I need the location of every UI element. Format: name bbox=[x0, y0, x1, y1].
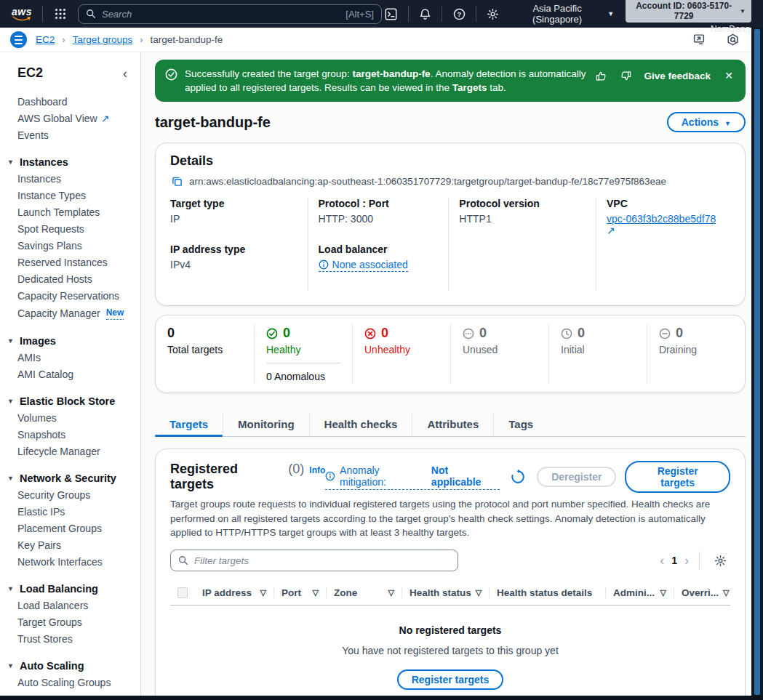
tab-health-checks[interactable]: Health checks bbox=[309, 412, 412, 436]
sidebar-item-capacity-reservations[interactable]: Capacity Reservations bbox=[0, 288, 140, 305]
sidebar-item-instance-types[interactable]: Instance Types bbox=[0, 188, 140, 204]
empty-register-targets-button[interactable]: Register targets bbox=[397, 669, 504, 690]
hamburger-menu-icon[interactable] bbox=[10, 31, 27, 48]
filter-icon[interactable]: ▽ bbox=[476, 588, 482, 598]
scrollbar-track[interactable] bbox=[751, 28, 763, 700]
give-feedback-button[interactable]: Give feedback bbox=[644, 71, 711, 81]
column-ip-address[interactable]: IP address ▽ bbox=[195, 587, 273, 598]
thumbs-down-icon[interactable] bbox=[619, 69, 632, 82]
anomaly-mitigation-link[interactable]: Anomaly mitigation: Not applicable bbox=[325, 464, 499, 490]
account-menu[interactable]: Account ID: 0603-5170-7729 ▼ bbox=[626, 0, 751, 23]
sidebar-item-target-groups[interactable]: Target Groups bbox=[0, 614, 140, 631]
sidebar-item-dedicated-hosts[interactable]: Dedicated Hosts bbox=[0, 271, 140, 288]
tab-monitoring[interactable]: Monitoring bbox=[223, 412, 308, 436]
tab-tags[interactable]: Tags bbox=[493, 412, 548, 436]
cloudshell-icon[interactable] bbox=[382, 4, 401, 24]
info-link[interactable]: Info bbox=[309, 465, 325, 475]
aws-logo[interactable]: aws bbox=[12, 7, 32, 21]
sidebar-item-key-pairs[interactable]: Key Pairs bbox=[0, 537, 140, 554]
filter-icon[interactable]: ▽ bbox=[313, 588, 319, 598]
filter-targets-box[interactable] bbox=[170, 550, 458, 571]
empty-state-title: No registered targets bbox=[170, 624, 730, 636]
sidebar-item-events[interactable]: Events bbox=[0, 127, 140, 144]
sidebar-collapse-icon[interactable]: ‹ bbox=[123, 68, 127, 79]
close-icon[interactable]: ✕ bbox=[722, 69, 735, 82]
sidebar-item-ami-catalog[interactable]: AMI Catalog bbox=[0, 366, 140, 383]
sidebar-item-load-balancers[interactable]: Load Balancers bbox=[0, 598, 140, 614]
sidebar-item-snapshots[interactable]: Snapshots bbox=[0, 427, 140, 443]
sidebar-item-placement-groups[interactable]: Placement Groups bbox=[0, 520, 140, 537]
next-page-icon[interactable]: › bbox=[684, 555, 689, 566]
filter-icon[interactable]: ▽ bbox=[660, 588, 666, 598]
export-screen-icon[interactable] bbox=[689, 30, 709, 50]
tab-targets[interactable]: Targets bbox=[155, 412, 223, 436]
breadcrumb-ec2[interactable]: EC2 bbox=[36, 34, 55, 45]
column-administrative[interactable]: Admini... ▽ bbox=[605, 587, 674, 598]
deregister-button[interactable]: Deregister bbox=[537, 467, 616, 487]
vpc-link[interactable]: vpc-063f3b2c88be5df78 bbox=[607, 213, 716, 225]
refresh-icon[interactable] bbox=[508, 467, 528, 487]
banner-actions: Give feedback ✕ bbox=[594, 67, 735, 82]
sidebar-item-label: Snapshots bbox=[17, 430, 65, 440]
filter-icon[interactable]: ▽ bbox=[723, 588, 729, 598]
filter-targets-input[interactable] bbox=[194, 555, 450, 566]
sidebar-section-instances[interactable]: ▼ Instances bbox=[0, 153, 140, 171]
sidebar-section-auto-scaling[interactable]: ▼ Auto Scaling bbox=[0, 657, 140, 675]
sidebar-item-savings-plans[interactable]: Savings Plans bbox=[0, 238, 140, 254]
notifications-bell-icon[interactable] bbox=[416, 4, 435, 24]
sidebar-item-elastic-ips[interactable]: Elastic IPs bbox=[0, 504, 140, 520]
column-zone[interactable]: Zone ▽ bbox=[326, 587, 402, 598]
thumbs-up-icon[interactable] bbox=[594, 69, 607, 82]
sidebar-item-aws-global-view[interactable]: AWS Global View ↗ bbox=[0, 110, 140, 127]
sidebar-item-label: Elastic IPs bbox=[17, 507, 65, 518]
column-health-status[interactable]: Health status ▽ bbox=[402, 587, 489, 598]
breadcrumb-target-groups[interactable]: Target groups bbox=[73, 34, 133, 45]
sidebar-item-amis[interactable]: AMIs bbox=[0, 350, 140, 366]
user-name: NamDang bbox=[711, 24, 751, 34]
sidebar-item-dashboard[interactable]: Dashboard bbox=[0, 94, 140, 110]
sidebar-item-label: Volumes bbox=[17, 413, 57, 424]
column-health-status-details[interactable]: Health status details bbox=[489, 587, 605, 598]
unused-pending-icon bbox=[463, 328, 474, 339]
register-targets-button[interactable]: Register targets bbox=[625, 461, 730, 493]
previous-page-icon[interactable]: ‹ bbox=[660, 555, 664, 566]
filter-icon[interactable]: ▽ bbox=[260, 588, 266, 598]
sidebar-item-auto-scaling-groups[interactable]: Auto Scaling Groups bbox=[0, 675, 140, 691]
search-input[interactable] bbox=[102, 9, 340, 20]
sidebar-item-launch-templates[interactable]: Launch Templates bbox=[0, 204, 140, 221]
apps-grid-icon[interactable] bbox=[50, 4, 71, 24]
sidebar-item-lifecycle-manager[interactable]: Lifecycle Manager bbox=[0, 443, 140, 460]
settings-gear-icon[interactable] bbox=[484, 4, 503, 24]
sidebar-section-load-balancing[interactable]: ▼ Load Balancing bbox=[0, 580, 140, 598]
registered-targets-header: Registered targets (0) Info Anomaly miti… bbox=[170, 461, 730, 493]
filter-icon[interactable]: ▽ bbox=[388, 588, 394, 598]
sidebar-item-trust-stores[interactable]: Trust Stores bbox=[0, 631, 140, 648]
select-all-checkbox[interactable] bbox=[170, 587, 195, 598]
actions-button[interactable]: Actions▼ bbox=[667, 112, 746, 132]
column-port[interactable]: Port ▽ bbox=[273, 587, 326, 598]
sidebar-section-network-security[interactable]: ▼ Network & Security bbox=[0, 470, 140, 487]
copy-icon[interactable] bbox=[170, 174, 183, 188]
checkbox[interactable] bbox=[177, 587, 188, 598]
sidebar-item-volumes[interactable]: Volumes bbox=[0, 410, 140, 427]
scrollbar-thumb[interactable] bbox=[754, 29, 760, 695]
sidebar-item-spot-requests[interactable]: Spot Requests bbox=[0, 221, 140, 238]
sidebar-section-images[interactable]: ▼ Images bbox=[0, 332, 140, 350]
help-icon[interactable]: ? bbox=[450, 4, 468, 24]
region-selector[interactable]: Asia Pacific (Singapore) ▼ bbox=[511, 3, 614, 25]
sidebar-item-capacity-manager[interactable]: Capacity Manager New bbox=[0, 305, 140, 323]
column-label: Port bbox=[281, 587, 301, 598]
column-label: Health status details bbox=[497, 587, 592, 598]
global-search[interactable]: [Alt+S] bbox=[78, 4, 382, 24]
sidebar-item-security-groups[interactable]: Security Groups bbox=[0, 487, 140, 504]
sidebar-item-reserved-instances[interactable]: Reserved Instances bbox=[0, 254, 140, 271]
sidebar-section-ebs[interactable]: ▼ Elastic Block Store bbox=[0, 393, 140, 410]
aws-console-screen: aws [Alt+S] ? bbox=[0, 0, 763, 700]
sidebar-item-label: Instances bbox=[17, 174, 61, 185]
sidebar-item-network-interfaces[interactable]: Network Interfaces bbox=[0, 554, 140, 571]
tab-attributes[interactable]: Attributes bbox=[412, 412, 493, 436]
load-balancer-none-associated[interactable]: None associated bbox=[319, 259, 408, 272]
column-override[interactable]: Overri... ▽ bbox=[674, 587, 730, 598]
sidebar-item-instances[interactable]: Instances bbox=[0, 171, 140, 188]
table-preferences-gear-icon[interactable] bbox=[710, 550, 730, 571]
